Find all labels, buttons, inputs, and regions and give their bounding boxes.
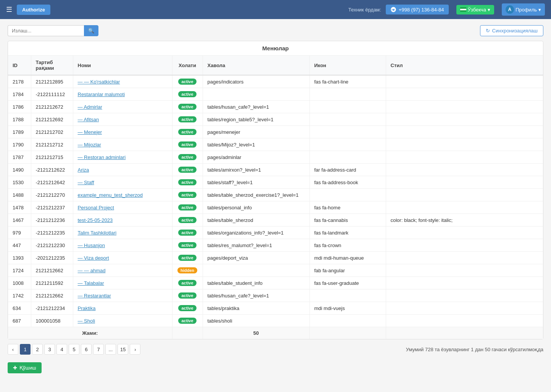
table-row: 1490 -2121212622 Ariza active tables/ami… (8, 164, 543, 176)
page-2[interactable]: 2 (32, 344, 43, 355)
cell-name[interactable]: — Staff (73, 176, 172, 189)
col-header-order: Тартиб рақами (31, 56, 73, 75)
cell-status: active (172, 302, 203, 315)
cell-order: 2121212662 (31, 289, 73, 302)
cell-name[interactable]: Talim Tashkilotlari (73, 227, 172, 239)
cell-name[interactable]: — Sholi (73, 315, 172, 327)
cell-style (386, 277, 543, 289)
cell-name[interactable]: example_menu_test_sherzod (73, 189, 172, 201)
cell-style (386, 239, 543, 252)
svg-rect-0 (460, 7, 466, 9)
cell-icon: fas fa-crown (309, 239, 386, 252)
page-5[interactable]: 5 (69, 344, 79, 355)
cell-order: -2121212642 (31, 176, 73, 189)
cell-link (203, 88, 309, 101)
cell-name[interactable]: — Admirlar (73, 101, 172, 113)
data-table: ID Тартиб рақами Номи Холати Хавола Икон… (8, 56, 543, 339)
cell-name[interactable]: Praktika (73, 302, 172, 315)
status-badge: active (178, 104, 196, 110)
table-row: 1790 2121212712 — Mijozlar active tables… (8, 138, 543, 151)
cell-link: tables/amirxon?_level=1 (203, 164, 309, 176)
cell-icon (309, 138, 386, 151)
cell-order: 100001058 (31, 315, 73, 327)
cell-icon (309, 315, 386, 327)
search-input[interactable] (8, 25, 84, 36)
table-row: 1786 2121212672 — Admirlar active tables… (8, 101, 543, 113)
authorize-button[interactable]: Authorize (17, 5, 50, 15)
cell-id: 1008 (8, 277, 31, 289)
menu-icon[interactable]: ☰ (6, 5, 12, 14)
cell-id: 2178 (8, 75, 31, 88)
cell-style (386, 164, 543, 176)
cell-name[interactable]: — Talabalar (73, 277, 172, 289)
add-label: Қўшиш (19, 365, 36, 371)
search-button[interactable]: 🔍 (84, 25, 98, 36)
cell-name[interactable]: — Husanjon (73, 239, 172, 252)
page-3[interactable]: 3 (44, 344, 55, 355)
cell-name[interactable]: test-25-05-2023 (73, 214, 172, 227)
status-badge: active (178, 230, 196, 236)
cell-id: 1742 (8, 289, 31, 302)
cell-id: 1478 (8, 201, 31, 214)
cell-id: 1530 (8, 176, 31, 189)
telegram-icon (390, 6, 396, 13)
support-phone-link[interactable]: +998 (97) 136-84-84 (386, 5, 449, 14)
status-badge: active (178, 79, 196, 85)
cell-link: pages/menejer (203, 126, 309, 138)
cell-icon (309, 88, 386, 101)
page-6[interactable]: 6 (81, 344, 92, 355)
status-badge: active (178, 305, 196, 311)
col-header-link: Хавола (203, 56, 309, 75)
page-prev[interactable]: ‹ (8, 344, 18, 355)
cell-id: 1490 (8, 164, 31, 176)
cell-status: active (172, 151, 203, 164)
page-next[interactable]: › (130, 344, 140, 355)
table-header-row: ID Тартиб рақами Номи Холати Хавола Икон… (8, 56, 543, 75)
main-content: 🔍 ↻ Синхронизациялаш Менюлар ID Тартиб р… (0, 19, 551, 379)
cell-name[interactable]: Personal Project (73, 201, 172, 214)
cell-status: active (172, 189, 203, 201)
page-4[interactable]: 4 (56, 344, 67, 355)
cell-status: active (172, 227, 203, 239)
cell-name[interactable]: — Menejer (73, 126, 172, 138)
cell-name[interactable]: — Viza deport (73, 252, 172, 264)
page-ellipsis: ... (105, 344, 116, 355)
cell-status: active (172, 277, 203, 289)
cell-name[interactable]: — Afitsan (73, 113, 172, 126)
cell-status: active (172, 126, 203, 138)
page-7[interactable]: 7 (93, 344, 104, 355)
cell-name[interactable]: — Mijozlar (73, 138, 172, 151)
cell-status: active (172, 315, 203, 327)
cell-link: tables/res_malumot?_level=1 (203, 239, 309, 252)
cell-name[interactable]: Ariza (73, 164, 172, 176)
profile-arrow: ▾ (538, 7, 541, 13)
profile-menu[interactable]: A Профиль ▾ (502, 3, 545, 16)
cell-link: pages/deport_viza (203, 252, 309, 264)
total-status-empty (172, 327, 203, 339)
language-selector[interactable]: Ўзбекча ▾ (456, 5, 494, 14)
search-container: 🔍 (8, 25, 98, 36)
cell-name[interactable]: — — ahmad (73, 264, 172, 277)
svg-rect-1 (460, 9, 466, 10)
svg-rect-2 (460, 10, 466, 12)
cell-name[interactable]: — — Ko'rsatkichlar (73, 75, 172, 88)
cell-icon: far fa-address-card (309, 164, 386, 176)
status-badge: active (178, 217, 196, 223)
page-1[interactable]: 1 (20, 344, 31, 355)
cell-name[interactable]: — Restoran adminlari (73, 151, 172, 164)
cell-icon (309, 113, 386, 126)
cell-id: 1786 (8, 101, 31, 113)
cell-order: -2121212237 (31, 201, 73, 214)
sync-button[interactable]: ↻ Синхронизациялаш (480, 25, 543, 36)
cell-icon (309, 101, 386, 113)
cell-id: 1467 (8, 214, 31, 227)
support-phone-text: +998 (97) 136-84-84 (399, 7, 444, 13)
cell-link (203, 264, 309, 277)
page-15[interactable]: 15 (118, 344, 128, 355)
cell-name[interactable]: Restaranlar malumoti (73, 88, 172, 101)
add-button[interactable]: ✚ Қўшиш (8, 362, 42, 373)
cell-name[interactable]: — Restarantlar (73, 289, 172, 302)
cell-status: active (172, 75, 203, 88)
pagination-bar: ‹ 1 2 3 4 5 6 7 ... 15 › Умумий 728 та ё… (8, 339, 543, 359)
status-badge: active (178, 280, 196, 286)
